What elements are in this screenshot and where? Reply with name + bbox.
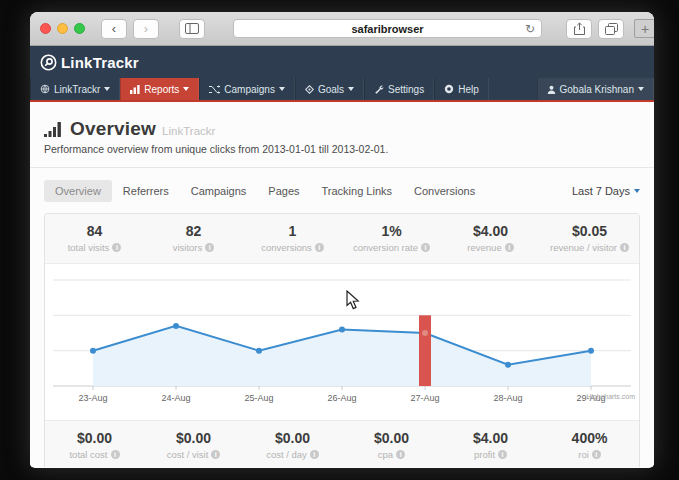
svg-text:Highcharts.com: Highcharts.com	[586, 393, 635, 401]
zoom-window-button[interactable]	[74, 23, 85, 34]
nav-item-linktrackr[interactable]: LinkTrackr	[30, 78, 120, 100]
goal-diamond-icon	[305, 85, 314, 94]
svg-text:25-Aug: 25-Aug	[244, 393, 273, 403]
nav-label: Help	[458, 84, 479, 95]
new-tab-button[interactable]: +	[634, 19, 654, 38]
top-stats-row: 84 total visits 82 visitors 1 conversion…	[45, 214, 639, 264]
info-icon[interactable]	[205, 243, 214, 252]
visits-chart[interactable]: 23-Aug24-Aug25-Aug26-Aug27-Aug28-Aug29-A…	[45, 264, 639, 420]
main-nav: LinkTrackr Reports Campaigns	[30, 78, 654, 100]
nav-label: Campaigns	[224, 84, 275, 95]
logo-text: LinkTrackr	[61, 54, 139, 71]
sidebar-button[interactable]	[179, 19, 205, 39]
section-divider	[30, 167, 654, 168]
nav-item-reports[interactable]: Reports	[120, 78, 199, 100]
tab-pages[interactable]: Pages	[257, 180, 310, 202]
overview-bars-icon	[44, 122, 64, 137]
svg-text:23-Aug: 23-Aug	[78, 393, 107, 403]
caret-down-icon	[104, 87, 110, 91]
caret-down-icon	[634, 189, 640, 193]
info-icon[interactable]	[112, 243, 121, 252]
tab-referrers[interactable]: Referrers	[112, 180, 180, 202]
reload-icon[interactable]: ↻	[525, 22, 535, 36]
sidebar-icon	[185, 23, 199, 34]
stat-revenue-visitor: $0.05 revenue / visitor	[540, 214, 639, 263]
tab-tracking-links[interactable]: Tracking Links	[311, 180, 404, 202]
svg-text:26-Aug: 26-Aug	[327, 393, 356, 403]
stat-conversion-rate: 1% conversion rate	[342, 214, 441, 263]
report-tabs: Overview Referrers Campaigns Pages Track…	[44, 180, 640, 202]
bottom-stats-row: $0.00 total cost $0.00 cost / visit $0.0…	[45, 420, 639, 467]
globe-icon	[40, 84, 50, 94]
close-window-button[interactable]	[40, 23, 51, 34]
info-icon[interactable]	[315, 243, 324, 252]
shuffle-icon	[209, 85, 220, 94]
tab-conversions[interactable]: Conversions	[403, 180, 486, 202]
linktrackr-logo-icon	[40, 54, 57, 71]
wrench-icon	[374, 84, 384, 94]
stat-cost-day: $0.00 cost / day	[243, 421, 342, 467]
share-button[interactable]	[566, 19, 592, 39]
info-icon[interactable]	[505, 243, 514, 252]
tab-campaigns[interactable]: Campaigns	[180, 180, 258, 202]
forward-icon: ›	[144, 22, 148, 35]
info-icon[interactable]	[396, 450, 405, 459]
linktrackr-logo[interactable]: LinkTrackr	[40, 54, 139, 71]
svg-text:24-Aug: 24-Aug	[161, 393, 190, 403]
info-icon[interactable]	[592, 450, 601, 459]
screenshot-frame: ‹ › safaribrowser ↻	[0, 0, 679, 480]
overview-panel: 84 total visits 82 visitors 1 conversion…	[44, 213, 640, 467]
safari-window: ‹ › safaribrowser ↻	[30, 12, 654, 468]
info-icon[interactable]	[421, 243, 430, 252]
help-icon	[444, 84, 454, 94]
user-menu[interactable]: Gobala Krishnan	[537, 78, 655, 100]
address-bar[interactable]: safaribrowser ↻	[233, 19, 542, 38]
page-head: Overview LinkTrackr Performance overview…	[44, 118, 640, 155]
nav-label: Reports	[144, 84, 179, 95]
show-tabs-button[interactable]	[598, 19, 624, 39]
stat-cpa: $0.00 cpa	[342, 421, 441, 467]
stat-profit: $4.00 profit	[441, 421, 540, 467]
tabs-overview-icon	[605, 23, 618, 35]
nav-spacer	[489, 78, 537, 100]
info-icon[interactable]	[498, 450, 507, 459]
info-icon[interactable]	[310, 450, 319, 459]
period-selector[interactable]: Last 7 Days	[572, 185, 640, 197]
info-icon[interactable]	[211, 450, 220, 459]
nav-label: Goals	[318, 84, 344, 95]
bar-chart-icon	[130, 85, 140, 94]
page-title: Overview	[70, 118, 156, 140]
user-icon	[547, 85, 556, 94]
info-icon[interactable]	[111, 450, 120, 459]
minimize-window-button[interactable]	[57, 23, 68, 34]
svg-text:27-Aug: 27-Aug	[410, 393, 439, 403]
window-controls	[40, 23, 85, 34]
forward-button[interactable]: ›	[133, 19, 159, 39]
share-icon	[574, 22, 585, 35]
period-label: Last 7 Days	[572, 185, 630, 197]
site-header: LinkTrackr	[30, 46, 654, 78]
tab-overview[interactable]: Overview	[44, 180, 112, 202]
nav-item-help[interactable]: Help	[434, 78, 489, 100]
back-button[interactable]: ‹	[101, 19, 127, 39]
nav-item-settings[interactable]: Settings	[364, 78, 434, 100]
stat-total-visits: 84 total visits	[45, 214, 144, 263]
info-icon[interactable]	[620, 243, 629, 252]
page-content: Overview LinkTrackr Performance overview…	[30, 102, 654, 467]
plus-icon: +	[641, 21, 649, 37]
page-subtitle: Performance overview from unique clicks …	[44, 143, 640, 155]
nav-item-campaigns[interactable]: Campaigns	[199, 78, 295, 100]
stat-cost-visit: $0.00 cost / visit	[144, 421, 243, 467]
svg-text:28-Aug: 28-Aug	[493, 393, 522, 403]
caret-down-icon	[279, 87, 285, 91]
nav-label: LinkTrackr	[54, 84, 100, 95]
stat-revenue: $4.00 revenue	[441, 214, 540, 263]
stat-visitors: 82 visitors	[144, 214, 243, 263]
caret-down-icon	[183, 87, 189, 91]
stat-conversions: 1 conversions	[243, 214, 342, 263]
nav-item-goals[interactable]: Goals	[295, 78, 364, 100]
caret-down-icon	[638, 87, 644, 91]
caret-down-icon	[348, 87, 354, 91]
stat-total-cost: $0.00 total cost	[45, 421, 144, 467]
user-name: Gobala Krishnan	[560, 84, 635, 95]
